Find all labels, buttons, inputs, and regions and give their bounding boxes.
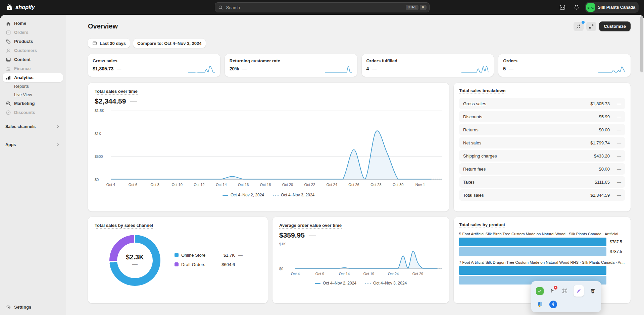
sidebar-item-reports[interactable]: Reports: [3, 82, 63, 90]
breakdown-value: $1,799.74: [590, 140, 610, 145]
x-axis-label: Oct 14: [339, 272, 350, 276]
legend-label: Oct 4–Nov 3, 2024: [281, 193, 314, 197]
sidebar-item-label: Finance: [14, 66, 31, 71]
chart-title: Total sales over time: [95, 89, 138, 95]
metric-cards-row: Gross sales $1,805.73— Returning custome…: [88, 54, 631, 77]
topbar: S shopify Search CTRL K: [0, 0, 644, 15]
sidebar-item-discounts[interactable]: Discounts: [3, 108, 63, 117]
chart-title: Total sales by product: [459, 222, 505, 228]
legend-item: Oct 4–Nov 3, 2024: [365, 281, 407, 286]
legend-label: Oct 4–Nov 2, 2024: [323, 281, 356, 286]
y-axis-label: $1K: [95, 132, 108, 136]
total-sales-breakdown-card: Total sales breakdown Gross sales$1,805.…: [454, 83, 631, 211]
y-axis-label: $500: [95, 154, 108, 159]
shield-warning-icon[interactable]: !: [536, 300, 544, 308]
x-axis-label: Oct 24: [388, 272, 399, 276]
adblock-check-icon[interactable]: [536, 287, 544, 295]
delta-dash: —: [616, 127, 621, 132]
command-icon[interactable]: [561, 287, 568, 295]
x-axis-label: Oct 28: [370, 183, 381, 187]
breakdown-label: Taxes: [463, 180, 595, 185]
sidebar-item-label: Home: [14, 21, 26, 26]
notifications-button[interactable]: [571, 2, 582, 13]
delta-dash: —: [238, 253, 243, 258]
sidebar-item-home[interactable]: Home: [3, 19, 63, 28]
discounts-icon: [5, 110, 11, 116]
metric-sparkline: [325, 65, 352, 73]
x-axis-label: Oct 4: [291, 272, 300, 276]
sidebar-nav: HomeOrdersProductsCustomersContentFinanc…: [3, 19, 63, 117]
search-shortcut: CTRL K: [406, 5, 427, 10]
total-sales-over-time-card: Total sales over time $2,344.59 — $1.5K$…: [88, 83, 449, 211]
x-axis-label: Oct 22: [304, 183, 315, 187]
marketing-icon: [5, 101, 11, 107]
sidebar-item-live-view[interactable]: Live View: [3, 90, 63, 99]
search-input[interactable]: Search CTRL K: [215, 2, 430, 12]
kbd-k: K: [420, 5, 426, 10]
sidebar-item-settings[interactable]: Settings: [3, 303, 63, 312]
breakdown-label: Returns: [463, 127, 599, 132]
shopify-logo[interactable]: S shopify: [5, 3, 35, 11]
delta-dash: —: [616, 153, 621, 159]
sidebar-item-orders[interactable]: Orders: [3, 28, 63, 37]
product-name: 7 Foot Artificial Silk Dragon Tree Custo…: [459, 260, 625, 264]
calendar-icon: [92, 41, 97, 46]
bluetooth-icon[interactable]: [549, 300, 557, 308]
total-sales-chart: $1.5K$1K$500$0: [111, 111, 442, 180]
sidebar-section-sales-channels[interactable]: Sales channels: [3, 122, 63, 131]
page-scrollbar[interactable]: [640, 16, 643, 314]
kbd-ctrl: CTRL: [406, 5, 419, 10]
compare-button[interactable]: Compare to: Oct 4–Nov 3, 2024: [133, 39, 205, 48]
trash-icon[interactable]: H: [589, 287, 596, 295]
cursor-error-icon[interactable]: ✕: [549, 287, 556, 295]
breakdown-value: $1,805.73: [590, 101, 610, 106]
bell-icon: [573, 4, 580, 11]
channel-value: $604.6: [216, 262, 235, 267]
metric-card-orders-fulfilled[interactable]: Orders fulfilled 4—: [362, 54, 494, 77]
x-axis-label: Oct 14: [216, 183, 227, 187]
fullscreen-button[interactable]: [586, 22, 596, 31]
delta-dash: —: [117, 66, 121, 71]
sidebar-item-content[interactable]: Content: [3, 55, 63, 64]
sidebar-section-apps[interactable]: Apps: [3, 140, 63, 149]
customers-icon: [5, 48, 11, 54]
channel-legend: Online Store$1.7K—Draft Orders$604.6—: [175, 253, 243, 267]
donut-center: $2.3K —: [117, 243, 153, 278]
shopify-bag-icon: S: [5, 3, 13, 11]
date-range-button[interactable]: Last 30 days: [88, 39, 130, 48]
sidebar-item-marketing[interactable]: Marketing: [3, 99, 63, 108]
delta-dash: —: [509, 66, 513, 71]
insights-button[interactable]: [574, 22, 584, 31]
donut-chart: $2.3K —: [109, 235, 160, 286]
breakdown-row: Discounts-$5.99—: [459, 111, 625, 122]
breakdown-label: Shipping charges: [463, 153, 594, 159]
products-icon: [5, 39, 11, 45]
sidebar-item-analytics[interactable]: Analytics: [3, 73, 63, 82]
breakdown-value: $433.20: [594, 153, 610, 159]
product-bar-value: $787.5: [606, 240, 625, 244]
customize-button[interactable]: Customize: [599, 21, 631, 31]
delta-dash: —: [130, 97, 137, 105]
x-axis-label: Oct 30: [393, 183, 403, 187]
delta-dash: —: [616, 114, 621, 119]
sidebar-item-products[interactable]: Products: [3, 37, 63, 46]
metric-card-gross-sales[interactable]: Gross sales $1,805.73—: [88, 54, 220, 77]
delta-dash: —: [616, 101, 621, 106]
legend-label: Oct 4–Nov 3, 2024: [373, 281, 407, 286]
breakdown-value: $2,344.59: [590, 193, 610, 198]
sidebar-item-finance[interactable]: Finance: [3, 64, 63, 73]
aov-chart: $1K$0: [295, 244, 442, 269]
metric-card-orders[interactable]: Orders 5—: [498, 54, 631, 77]
sidekick-button[interactable]: [557, 2, 568, 13]
metric-value: 4: [366, 66, 369, 71]
store-menu[interactable]: SPC Silk Plants Canada: [585, 2, 639, 13]
scrollbar-thumb[interactable]: [640, 16, 643, 72]
sidebar-item-label: Settings: [14, 305, 31, 310]
sidebar-item-customers[interactable]: Customers: [3, 46, 63, 55]
metric-card-returning-customer-rate[interactable]: Returning customer rate 20%—: [225, 54, 357, 77]
feather-icon[interactable]: [574, 285, 584, 297]
product-bar: [459, 266, 606, 275]
x-axis-label: Oct 26: [348, 183, 359, 187]
sidebar-sections: Sales channelsApps: [3, 117, 63, 149]
legend-marker-solid: [222, 195, 228, 196]
